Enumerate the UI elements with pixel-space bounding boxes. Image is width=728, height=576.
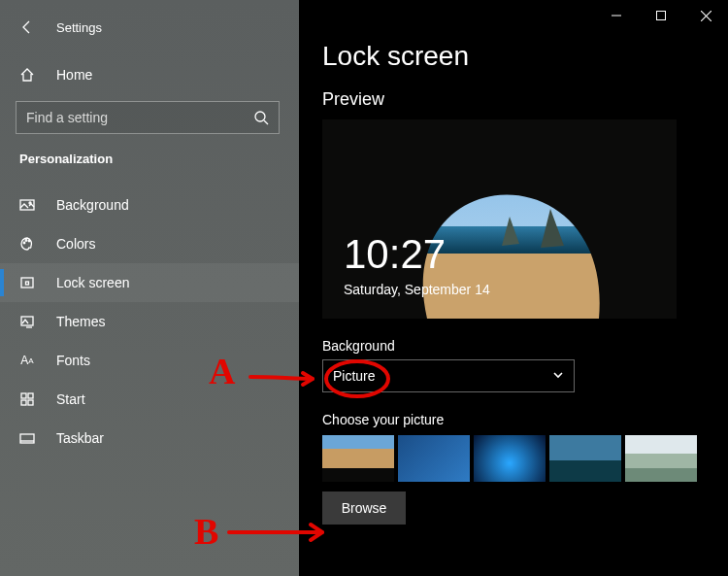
section-heading: Personalization (0, 134, 299, 172)
svg-rect-9 (21, 393, 26, 398)
svg-rect-12 (28, 400, 33, 405)
picture-thumb[interactable] (625, 435, 697, 482)
home-button[interactable]: Home (0, 56, 299, 93)
choose-picture-label: Choose your picture (322, 412, 705, 427)
sidebar-item-label: Taskbar (56, 430, 104, 446)
home-label: Home (56, 67, 92, 83)
sidebar-item-label: Colors (56, 236, 95, 252)
preview-date: Saturday, September 14 (344, 282, 490, 297)
search-input[interactable]: Find a setting (16, 101, 280, 134)
picture-icon (19, 197, 35, 213)
picture-thumb[interactable] (398, 435, 470, 482)
fonts-icon: AA (19, 353, 35, 368)
sidebar-item-colors[interactable]: Colors (0, 224, 299, 263)
maximize-button[interactable] (639, 0, 683, 31)
browse-button[interactable]: Browse (322, 491, 406, 525)
svg-rect-7 (26, 282, 29, 285)
sidebar-item-label: Fonts (56, 353, 90, 368)
background-label: Background (322, 338, 705, 354)
svg-rect-16 (657, 12, 666, 20)
close-button[interactable] (683, 0, 728, 31)
minimize-button[interactable] (594, 0, 639, 31)
sidebar-item-label: Lock screen (56, 275, 129, 290)
sidebar: Settings Home Find a setting Personaliza… (0, 0, 299, 576)
start-icon (19, 391, 35, 407)
svg-point-5 (28, 240, 30, 242)
palette-icon (19, 236, 35, 252)
picture-thumb[interactable] (549, 435, 621, 482)
sidebar-item-label: Themes (56, 314, 106, 329)
picture-thumb[interactable] (322, 435, 394, 482)
search-icon (253, 110, 269, 125)
lock-screen-icon (19, 275, 35, 290)
svg-point-2 (29, 202, 31, 204)
dropdown-value: Picture (333, 368, 376, 384)
nav: Background Colors Lock screen Themes (0, 186, 299, 457)
background-dropdown[interactable]: Picture (322, 359, 575, 392)
titlebar (594, 0, 728, 31)
sidebar-item-taskbar[interactable]: Taskbar (0, 419, 299, 457)
svg-rect-11 (21, 400, 26, 405)
sidebar-item-fonts[interactable]: AA Fonts (0, 341, 299, 380)
svg-rect-6 (21, 278, 33, 288)
sidebar-item-lock-screen[interactable]: Lock screen (0, 263, 299, 302)
sidebar-item-label: Start (56, 391, 85, 407)
svg-point-4 (25, 240, 27, 242)
picture-thumbnails (322, 435, 705, 482)
preview-clock: 10:27 (344, 231, 446, 278)
themes-icon (19, 314, 35, 329)
main: Lock screen Preview (299, 0, 728, 576)
picture-thumb[interactable] (474, 435, 546, 482)
svg-point-3 (23, 242, 25, 244)
svg-point-0 (255, 112, 265, 121)
window-title: Settings (56, 20, 102, 35)
sidebar-item-start[interactable]: Start (0, 380, 299, 419)
lock-screen-preview: 10:27 Saturday, September 14 (322, 119, 677, 319)
search-placeholder: Find a setting (26, 110, 108, 125)
browse-label: Browse (342, 500, 387, 516)
sidebar-item-themes[interactable]: Themes (0, 302, 299, 341)
svg-rect-10 (28, 393, 33, 398)
sidebar-item-background[interactable]: Background (0, 186, 299, 224)
svg-rect-8 (21, 317, 33, 325)
chevron-down-icon (552, 368, 564, 384)
preview-label: Preview (322, 89, 705, 110)
sidebar-item-label: Background (56, 197, 129, 213)
back-icon[interactable] (19, 19, 35, 35)
taskbar-icon (19, 430, 35, 446)
home-icon (19, 67, 35, 83)
